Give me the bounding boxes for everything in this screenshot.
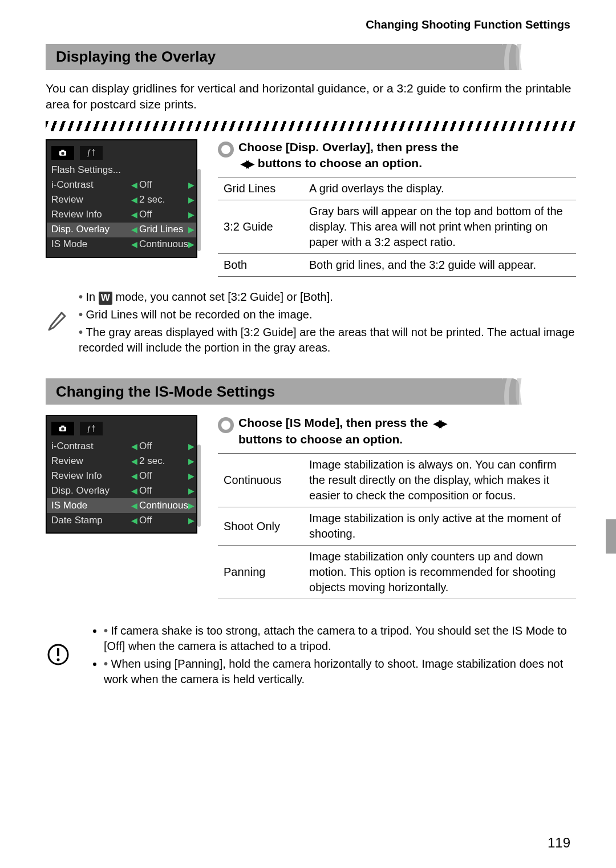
menu-row: Review Info◀Off▶ bbox=[47, 208, 196, 223]
menu-row-label: Review Info bbox=[51, 208, 131, 221]
option-description: Image stabilization is only active at th… bbox=[303, 507, 576, 546]
tools-tab-icon: ƒ† bbox=[80, 146, 103, 160]
menu-row-value: Grid Lines bbox=[137, 223, 188, 236]
option-name: Shoot Only bbox=[218, 507, 303, 546]
section-heading-overlay: Displaying the Overlay bbox=[46, 44, 576, 70]
arrow-left-icon: ◀ bbox=[131, 180, 137, 191]
arrow-left-icon: ◀ bbox=[131, 209, 137, 220]
menu-row-label: IS Mode bbox=[51, 499, 131, 512]
menu-row-label: Disp. Overlay bbox=[51, 223, 131, 236]
arrow-left-icon: ◀ bbox=[131, 195, 137, 205]
menu-row: IS Mode◀Continuous▶ bbox=[47, 498, 196, 513]
menu-row: Review◀2 sec.▶ bbox=[47, 193, 196, 208]
table-row: Shoot OnlyImage stabilization is only ac… bbox=[218, 507, 576, 546]
menu-row-value: 2 sec. bbox=[137, 193, 188, 207]
option-description: Gray bars will appear on the top and bot… bbox=[303, 200, 576, 254]
menu-row: Disp. Overlay◀Off▶ bbox=[47, 483, 196, 498]
svg-point-5 bbox=[61, 427, 64, 430]
list-item: Grid Lines will not be recorded on the i… bbox=[79, 307, 576, 322]
arrow-right-icon: ▶ bbox=[188, 239, 194, 250]
arrow-left-icon: ◀ bbox=[131, 486, 137, 496]
menu-row-label: Review Info bbox=[51, 470, 131, 483]
menu-row-label: Disp. Overlay bbox=[51, 485, 131, 498]
menu-row-value: Off bbox=[137, 208, 188, 221]
hatched-divider bbox=[46, 121, 576, 131]
option-name: 3:2 Guide bbox=[218, 200, 303, 254]
overlay-options-table: Grid LinesA grid overlays the display.3:… bbox=[218, 177, 576, 277]
section-title: Changing the IS-Mode Settings bbox=[56, 382, 275, 402]
arrow-right-icon: ▶ bbox=[188, 224, 194, 235]
arrow-left-icon: ◀ bbox=[131, 239, 137, 250]
caution-block: If camera shake is too strong, attach th… bbox=[46, 612, 576, 701]
menu-row: Flash Settings... bbox=[47, 163, 196, 178]
svg-rect-1 bbox=[61, 150, 64, 151]
table-row: 3:2 GuideGray bars will appear on the to… bbox=[218, 200, 576, 254]
arrow-left-icon: ◀ bbox=[131, 500, 137, 511]
instruction-lead: Choose [IS Mode], then press the ◀▶ butt… bbox=[218, 415, 576, 447]
menu-row: Review◀2 sec.▶ bbox=[47, 454, 196, 469]
arrow-right-icon: ▶ bbox=[188, 195, 194, 205]
wide-mode-icon: W bbox=[99, 292, 112, 305]
option-name: Continuous bbox=[218, 454, 303, 507]
arrow-right-icon: ▶ bbox=[188, 515, 194, 526]
svg-point-8 bbox=[57, 658, 60, 661]
lead-text-a: Choose [Disp. Overlay], then press the bbox=[238, 140, 459, 154]
menu-row-value: Continuous bbox=[137, 499, 188, 512]
left-right-icon: ◀▶ bbox=[241, 157, 252, 171]
table-row: ContinuousImage stabilization is always … bbox=[218, 454, 576, 507]
section-intro: You can display gridlines for vertical a… bbox=[46, 80, 576, 113]
menu-row-label: IS Mode bbox=[51, 238, 131, 251]
caution-icon bbox=[46, 643, 71, 670]
table-row: Grid LinesA grid overlays the display. bbox=[218, 177, 576, 200]
menu-row: IS Mode◀Continuous▶ bbox=[47, 237, 196, 252]
option-description: Image stabilization only counters up and… bbox=[303, 546, 576, 599]
page-header: Changing Shooting Function Settings bbox=[46, 17, 576, 33]
menu-row-label: Review bbox=[51, 193, 131, 207]
step-bullet-icon bbox=[218, 417, 234, 433]
lead-text-b: buttons to choose an option. bbox=[258, 156, 422, 169]
menu-row: Disp. Overlay◀Grid Lines▶ bbox=[47, 223, 196, 237]
svg-rect-7 bbox=[57, 648, 59, 656]
scrollbar bbox=[197, 445, 201, 527]
menu-row: Review Info◀Off▶ bbox=[47, 469, 196, 483]
tools-tab-icon: ƒ† bbox=[80, 422, 103, 435]
note-block: In W mode, you cannot set [3:2 Guide] or… bbox=[46, 289, 576, 358]
svg-rect-4 bbox=[61, 426, 64, 427]
option-description: A grid overlays the display. bbox=[303, 177, 576, 200]
option-name: Both bbox=[218, 254, 303, 277]
menu-row-value: Continuous bbox=[137, 238, 188, 251]
lead-text-a: Choose [IS Mode], then press the bbox=[238, 416, 428, 429]
menu-row-label: Flash Settings... bbox=[51, 164, 131, 177]
menu-row-value: Off bbox=[137, 179, 188, 192]
menu-row-label: Review bbox=[51, 455, 131, 468]
arrow-right-icon: ▶ bbox=[188, 441, 194, 452]
camera-tab-icon bbox=[51, 422, 74, 435]
arrow-right-icon: ▶ bbox=[188, 486, 194, 496]
scrollbar bbox=[197, 169, 201, 251]
arrow-right-icon: ▶ bbox=[188, 471, 194, 482]
pencil-icon bbox=[46, 310, 68, 337]
arrow-right-icon: ▶ bbox=[188, 180, 194, 191]
arrow-left-icon: ◀ bbox=[131, 456, 137, 467]
option-description: Both grid lines, and the 3:2 guide will … bbox=[303, 254, 576, 277]
arrow-left-icon: ◀ bbox=[131, 515, 137, 526]
instruction-lead: Choose [Disp. Overlay], then press the ◀… bbox=[218, 139, 576, 172]
menu-row-label: i-Contrast bbox=[51, 440, 131, 453]
ismode-options-table: ContinuousImage stabilization is always … bbox=[218, 453, 576, 599]
list-item: The gray areas displayed with [3:2 Guide… bbox=[79, 325, 576, 356]
option-description: Image stabilization is always on. You ca… bbox=[303, 454, 576, 507]
arrow-left-icon: ◀ bbox=[131, 471, 137, 482]
camera-menu-screenshot-ismode: ƒ† i-Contrast◀Off▶Review◀2 sec.▶Review I… bbox=[46, 415, 197, 534]
arrow-right-icon: ▶ bbox=[188, 209, 194, 220]
menu-row-label: Date Stamp bbox=[51, 514, 131, 527]
table-row: BothBoth grid lines, and the 3:2 guide w… bbox=[218, 254, 576, 277]
step-bullet-icon bbox=[218, 142, 234, 158]
camera-menu-screenshot-overlay: ƒ† Flash Settings...i-Contrast◀Off▶Revie… bbox=[46, 139, 197, 258]
menu-row-value: Off bbox=[137, 470, 188, 483]
arrow-left-icon: ◀ bbox=[131, 224, 137, 235]
menu-row-label: i-Contrast bbox=[51, 179, 131, 192]
arrow-right-icon: ▶ bbox=[188, 456, 194, 467]
arrow-right-icon: ▶ bbox=[188, 500, 194, 511]
option-name: Grid Lines bbox=[218, 177, 303, 200]
list-item: In W mode, you cannot set [3:2 Guide] or… bbox=[79, 289, 576, 305]
